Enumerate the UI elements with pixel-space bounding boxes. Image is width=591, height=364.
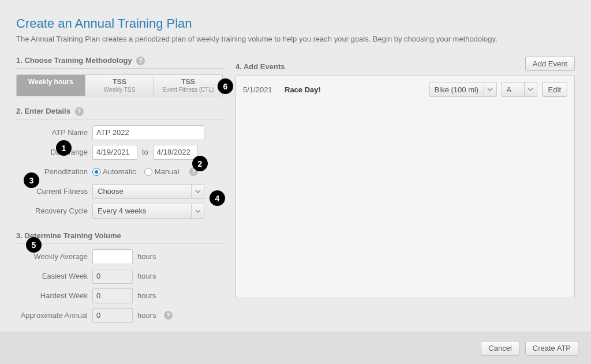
tab-tss-ctl[interactable]: TSS Event Fitness (CTL)	[154, 75, 222, 96]
hardest-week-input	[92, 288, 133, 303]
tab-tss-ctl-title: TSS	[155, 78, 221, 87]
chevron-down-icon	[524, 82, 537, 96]
periodization-manual-radio[interactable]: Manual	[144, 167, 179, 176]
unit-hours: hours	[137, 272, 163, 280]
tab-tss-weekly-title: TSS	[87, 78, 152, 87]
chevron-down-icon	[191, 185, 204, 198]
page-subtitle: The Annual Training Plan creates a perio…	[16, 35, 575, 43]
help-icon[interactable]: ?	[164, 311, 173, 320]
date-end-input[interactable]	[153, 145, 198, 160]
tab-weekly-hours[interactable]: Weekly hours	[17, 75, 85, 96]
date-to-label: to	[142, 148, 148, 156]
periodization-automatic-label: Automatic	[103, 167, 136, 176]
event-row: 5/1/2021 Race Day! Bike (100 mi) A	[243, 82, 567, 97]
tab-tss-weekly-sub: Weekly TSS	[87, 87, 152, 93]
section2-heading: 2. Enter Details ?	[16, 107, 223, 119]
unit-hours: hours	[137, 252, 163, 261]
periodization-automatic-radio[interactable]: Automatic	[92, 167, 136, 176]
help-icon[interactable]: ?	[189, 167, 198, 176]
radio-icon	[92, 168, 100, 176]
chevron-down-icon	[191, 204, 204, 218]
event-name: Race Day!	[285, 85, 425, 94]
date-range-label: Date range	[16, 148, 92, 156]
section3-heading-text: 3. Determine Training Volume	[16, 231, 121, 240]
current-fitness-select[interactable]: Choose	[92, 184, 204, 199]
atp-name-input[interactable]	[92, 125, 204, 140]
current-fitness-value: Choose	[98, 187, 124, 196]
periodization-manual-label: Manual	[155, 167, 179, 176]
tab-tss-ctl-sub: Event Fitness (CTL)	[155, 87, 221, 93]
cancel-button[interactable]: Cancel	[481, 341, 519, 356]
add-event-button[interactable]: Add Event	[525, 56, 575, 71]
atp-name-label: ATP Name	[16, 128, 92, 137]
tab-weekly-hours-label: Weekly hours	[18, 78, 84, 87]
approximate-annual-label: Approximate Annual	[16, 311, 92, 320]
chevron-down-icon	[484, 82, 496, 96]
section4-heading: 4. Add Events	[235, 62, 525, 71]
events-panel: 5/1/2021 Race Day! Bike (100 mi) A	[235, 76, 575, 298]
edit-event-button[interactable]: Edit	[542, 82, 567, 97]
current-fitness-label: Current Fitness	[16, 187, 92, 196]
help-icon[interactable]: ?	[136, 57, 145, 65]
event-priority-select[interactable]: A	[502, 82, 537, 97]
recovery-cycle-label: Recovery Cycle	[16, 207, 92, 215]
periodization-label: Periodization	[16, 167, 92, 176]
event-type-select[interactable]: Bike (100 mi)	[429, 82, 497, 97]
section2-heading-text: 2. Enter Details	[16, 107, 70, 115]
event-priority-value: A	[507, 85, 512, 94]
section3-heading: 3. Determine Training Volume	[16, 231, 223, 243]
help-icon[interactable]: ?	[75, 107, 84, 116]
section1-heading-text: 1. Choose Training Methodology	[16, 56, 132, 65]
hardest-week-label: Hardest Week	[16, 291, 92, 300]
unit-hours: hours	[137, 291, 163, 300]
section4-heading-text: 4. Add Events	[235, 62, 285, 71]
radio-icon	[144, 168, 152, 176]
approximate-annual-input	[92, 308, 133, 323]
methodology-tabs: Weekly hours TSS Weekly TSS TSS Event Fi…	[16, 74, 223, 96]
tab-tss-weekly[interactable]: TSS Weekly TSS	[85, 75, 154, 96]
easiest-week-label: Easiest Week	[16, 272, 92, 280]
weekly-average-input[interactable]	[92, 249, 133, 264]
recovery-cycle-value: Every 4 weeks	[98, 207, 147, 215]
weekly-average-label: Weekly Average	[16, 252, 92, 261]
page-title: Create an Annual Training Plan	[16, 16, 575, 31]
unit-hours: hours	[137, 311, 163, 320]
event-date: 5/1/2021	[243, 85, 280, 94]
date-start-input[interactable]	[92, 145, 137, 160]
easiest-week-input	[92, 269, 133, 284]
footer-bar: Cancel Create ATP	[0, 332, 591, 364]
recovery-cycle-select[interactable]: Every 4 weeks	[92, 204, 204, 219]
create-atp-button[interactable]: Create ATP	[525, 341, 578, 356]
event-type-value: Bike (100 mi)	[435, 85, 479, 94]
section1-heading: 1. Choose Training Methodology ?	[16, 56, 223, 69]
